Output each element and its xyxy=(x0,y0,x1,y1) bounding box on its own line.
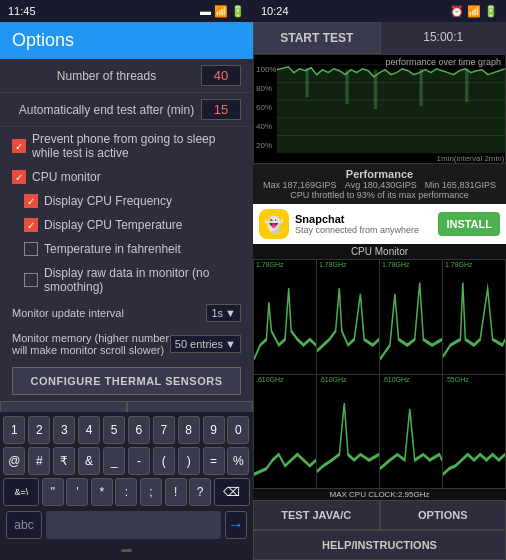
svg-rect-7 xyxy=(305,68,308,97)
cpu-cell-label-4: .610GHz xyxy=(256,376,284,383)
ad-subtitle: Stay connected from anywhere xyxy=(295,225,432,235)
cpu-cell-0: 1.78GHz xyxy=(254,260,316,374)
key-equals[interactable]: = xyxy=(203,447,225,475)
options-content: Number of threads Automatically end test… xyxy=(0,59,253,412)
key-5[interactable]: 5 xyxy=(103,416,125,444)
monitor-interval-select[interactable]: 1s ▼ xyxy=(206,304,241,322)
fahrenheit-checkbox[interactable] xyxy=(24,242,38,256)
key-squote[interactable]: ' xyxy=(66,478,88,506)
key-1[interactable]: 1 xyxy=(3,416,25,444)
space-key[interactable] xyxy=(46,511,221,539)
left-panel: 11:45 ▬ 📶 🔋 Options Number of threads Au… xyxy=(0,0,253,560)
test-java-button[interactable]: TEST JAVA/C xyxy=(253,500,380,530)
key-question[interactable]: ? xyxy=(189,478,211,506)
cpu-monitor-row[interactable]: ✓ CPU monitor xyxy=(0,165,253,189)
monitor-memory-label: Monitor memory (higher number will make … xyxy=(12,332,170,356)
save-defaults-row: SAVE DEFAULTS xyxy=(0,401,253,412)
key-underscore[interactable]: _ xyxy=(103,447,125,475)
key-0[interactable]: 0 xyxy=(227,416,249,444)
perf-values: Max 187,169GIPS Avg 180,430GIPS Min 165,… xyxy=(259,180,500,190)
nav-row-2: HELP/INSTRUCTIONS xyxy=(253,530,506,560)
top-buttons: START TEST 15:00:1 xyxy=(253,22,506,54)
graph-title: performance over time graph xyxy=(385,57,501,67)
threads-input[interactable] xyxy=(201,65,241,86)
key-2[interactable]: 2 xyxy=(28,416,50,444)
perf-throttle: CPU throttled to 93% of its max performa… xyxy=(259,190,500,200)
svg-rect-13 xyxy=(254,260,316,374)
time-left: 11:45 xyxy=(8,5,36,17)
svg-rect-15 xyxy=(380,260,442,374)
key-dquote[interactable]: " xyxy=(42,478,64,506)
cpu-cell-4: .610GHz xyxy=(254,375,316,489)
monitor-memory-select[interactable]: 50 entries ▼ xyxy=(170,335,241,353)
key-6[interactable]: 6 xyxy=(128,416,150,444)
bottom-key-row: abc → xyxy=(2,509,251,541)
key-star[interactable]: * xyxy=(91,478,113,506)
cpu-monitor-title: CPU Monitor xyxy=(253,244,506,259)
cpu-freq-checkbox[interactable]: ✓ xyxy=(24,194,38,208)
prevent-sleep-checkbox[interactable]: ✓ xyxy=(12,139,26,153)
key-semicolon[interactable]: ; xyxy=(140,478,162,506)
cpu-temp-checkbox[interactable]: ✓ xyxy=(24,218,38,232)
auto-end-label: Automatically end test after (min) xyxy=(12,103,201,117)
key-rparen[interactable]: ) xyxy=(178,447,200,475)
cpu-cell-6: .610GHz xyxy=(380,375,442,489)
configure-thermal-button[interactable]: CONFIGURE THERMAL SENSORS xyxy=(12,367,241,395)
help-button[interactable]: HELP/INSTRUCTIONS xyxy=(253,530,506,560)
key-percent[interactable]: % xyxy=(227,447,249,475)
auto-end-row: Automatically end test after (min) xyxy=(0,93,253,127)
options-button[interactable]: OPTIONS xyxy=(380,500,507,530)
perf-graph-svg: 1min(interval 2min) xyxy=(254,55,505,163)
key-9[interactable]: 9 xyxy=(203,416,225,444)
defaults-button[interactable]: DEFAULTS xyxy=(127,401,254,412)
svg-rect-11 xyxy=(465,68,468,102)
cpu-cell-label-0: 1.78GHz xyxy=(256,261,284,268)
key-4[interactable]: 4 xyxy=(78,416,100,444)
cpu-temp-row[interactable]: ✓ Display CPU Temperature xyxy=(0,213,253,237)
install-button[interactable]: INSTALL xyxy=(438,212,500,236)
save-button[interactable]: SAVE xyxy=(0,401,127,412)
key-hash[interactable]: # xyxy=(28,447,50,475)
cpu-cell-7: .55GHz xyxy=(443,375,505,489)
chevron-down-icon-2: ▼ xyxy=(225,338,236,350)
key-abc[interactable]: abc xyxy=(6,511,42,539)
svg-rect-16 xyxy=(443,260,505,374)
nav-row-1: TEST JAVA/C OPTIONS xyxy=(253,500,506,530)
key-amp[interactable]: & xyxy=(78,447,100,475)
key-rupee[interactable]: ₹ xyxy=(53,447,75,475)
ad-text: Snapchat Stay connected from anywhere xyxy=(295,213,432,235)
sim-icon: ▬ xyxy=(200,5,211,17)
raw-data-checkbox[interactable] xyxy=(24,273,38,287)
key-lparen[interactable]: ( xyxy=(153,447,175,475)
svg-rect-10 xyxy=(419,69,422,106)
prevent-sleep-row[interactable]: ✓ Prevent phone from going to sleep whil… xyxy=(0,127,253,165)
auto-end-input[interactable] xyxy=(201,99,241,120)
key-special[interactable]: &=\ xyxy=(3,478,39,506)
cpu-cell-label-7: .55GHz xyxy=(445,376,469,383)
start-test-button[interactable]: START TEST xyxy=(253,22,381,54)
wifi-icon-right: 📶 xyxy=(467,5,481,18)
key-8[interactable]: 8 xyxy=(178,416,200,444)
cpu-cell-5: .610GHz xyxy=(317,375,379,489)
perf-title: Performance xyxy=(259,168,500,180)
raw-data-row[interactable]: Display raw data in monitor (no smoothin… xyxy=(0,261,253,299)
right-panel: 10:24 ⏰ 📶 🔋 START TEST 15:00:1 performan… xyxy=(253,0,506,560)
fahrenheit-row[interactable]: Temperature in fahrenheit xyxy=(0,237,253,261)
key-7[interactable]: 7 xyxy=(153,416,175,444)
key-colon[interactable]: : xyxy=(115,478,137,506)
keyboard: 1 2 3 4 5 6 7 8 9 0 @ # ₹ & _ - ( ) = % … xyxy=(0,412,253,560)
svg-rect-9 xyxy=(374,70,377,109)
svg-rect-14 xyxy=(317,260,379,374)
backspace-key[interactable]: ⌫ xyxy=(214,478,250,506)
key-exclaim[interactable]: ! xyxy=(165,478,187,506)
svg-rect-18 xyxy=(317,375,379,489)
key-minus[interactable]: - xyxy=(128,447,150,475)
cpu-monitor-checkbox[interactable]: ✓ xyxy=(12,170,26,184)
number-key-row: 1 2 3 4 5 6 7 8 9 0 xyxy=(2,416,251,444)
enter-key[interactable]: → xyxy=(225,511,247,539)
monitor-interval-label: Monitor update interval xyxy=(12,307,206,319)
cpu-freq-row[interactable]: ✓ Display CPU Frequency xyxy=(0,189,253,213)
cpu-graphs-grid: 1.78GHz 1.78GHz 1.78GHz xyxy=(253,259,506,489)
key-3[interactable]: 3 xyxy=(53,416,75,444)
key-at[interactable]: @ xyxy=(3,447,25,475)
